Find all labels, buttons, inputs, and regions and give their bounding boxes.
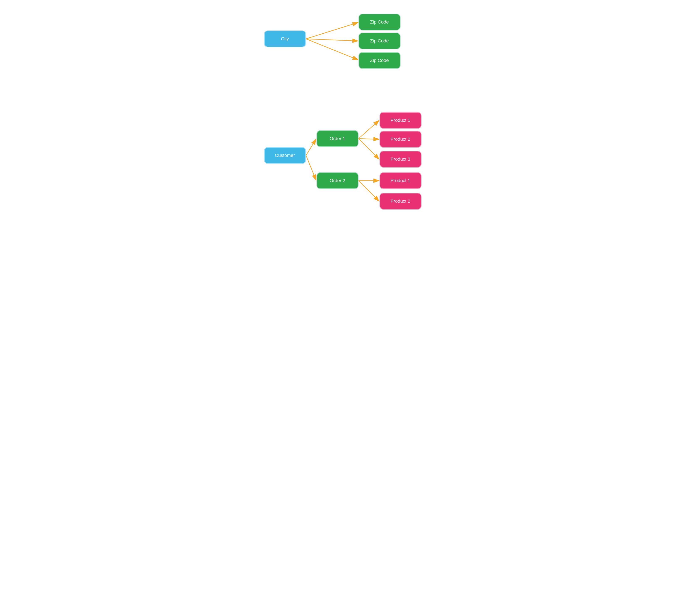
svg-line-1 xyxy=(306,23,358,39)
order1-node: Order 1 xyxy=(316,130,359,147)
svg-line-10 xyxy=(359,181,379,201)
order1-product3-node: Product 3 xyxy=(379,151,422,168)
order1-product1-node: Product 1 xyxy=(379,112,422,129)
svg-line-2 xyxy=(306,39,358,41)
order2-node: Order 2 xyxy=(316,172,359,189)
svg-line-5 xyxy=(306,155,316,180)
customer-node: Customer xyxy=(264,147,306,164)
city-node: City xyxy=(264,30,306,47)
order2-product2-node: Product 2 xyxy=(379,193,422,210)
order1-product2-node: Product 2 xyxy=(379,131,422,148)
svg-line-7 xyxy=(359,139,379,139)
zip-code-node-1: Zip Code xyxy=(359,14,400,30)
svg-line-6 xyxy=(359,120,379,139)
zip-code-node-3: Zip Code xyxy=(359,52,400,69)
diagram-container: City Zip Code Zip Code Zip Code Customer… xyxy=(255,9,445,229)
svg-line-8 xyxy=(359,139,379,159)
order2-product1-node: Product 1 xyxy=(379,172,422,189)
svg-line-3 xyxy=(306,39,358,60)
svg-line-4 xyxy=(306,139,316,155)
zip-code-node-2: Zip Code xyxy=(359,33,400,49)
